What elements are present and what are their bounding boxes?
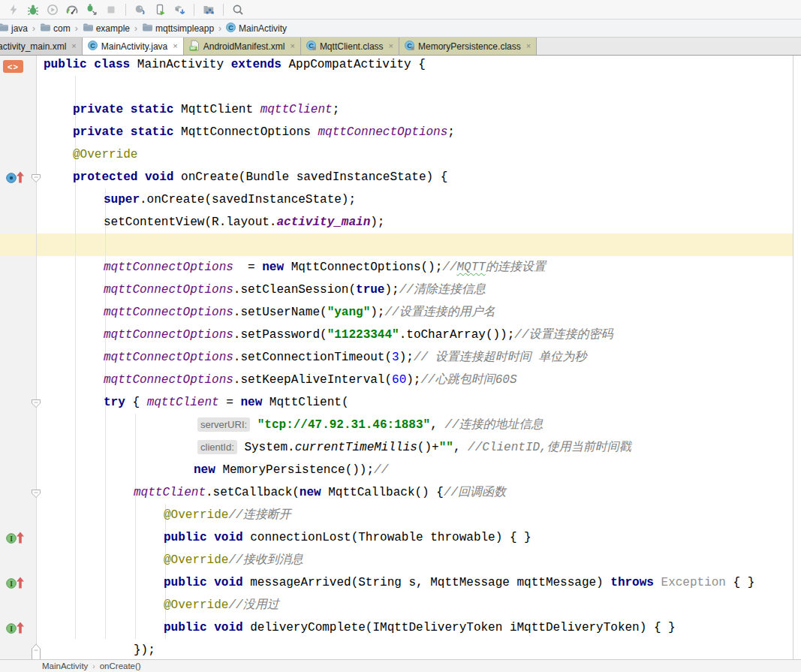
- code-line[interactable]: protected void onCreate(Bundle savedInst…: [44, 166, 793, 188]
- code-segment: mqttConnectOptions: [318, 125, 447, 139]
- tab-close-icon[interactable]: ×: [71, 42, 76, 50]
- code-segment: );: [370, 306, 384, 319]
- code-segment: MqttConnectOptions();: [284, 261, 442, 274]
- code-line[interactable]: clientId: System.currentTimeMillis()+"",…: [44, 436, 793, 459]
- chevron-separator: ›: [92, 662, 95, 670]
- tab-close-icon[interactable]: ×: [526, 42, 531, 50]
- class-c-icon: C: [88, 41, 98, 53]
- code-line[interactable]: mqttConnectOptions = new MqttConnectOpti…: [44, 256, 793, 279]
- tab-label: MemoryPersistence.class: [418, 41, 521, 52]
- project-structure-icon[interactable]: [199, 2, 218, 18]
- code-line[interactable]: private static MqttClient mqttClient;: [44, 98, 793, 121]
- svg-text:C: C: [228, 23, 233, 31]
- navigation-bar: java›com›example›mqttsimpleapp›CMainActi…: [0, 20, 801, 38]
- code-line[interactable]: public void deliveryComplete(IMqttDelive…: [44, 616, 793, 639]
- profiler-gauge-icon[interactable]: [62, 2, 82, 18]
- statusbar-crumb-class[interactable]: MainActivity: [42, 661, 88, 670]
- implement-method-gutter-icon[interactable]: I: [5, 574, 26, 594]
- code-segment: new: [300, 486, 321, 499]
- code-line[interactable]: mqttConnectOptions.setKeepAliveInterval(…: [44, 369, 793, 391]
- code-line[interactable]: private static MqttConnectOptions mqttCo…: [44, 121, 793, 143]
- code-segment: 60: [392, 373, 406, 387]
- debug-bug-icon[interactable]: [23, 2, 43, 18]
- code-segment: .setPassword(: [233, 328, 327, 342]
- code-segment: mqttClient: [134, 486, 206, 499]
- code-line[interactable]: @Override: [44, 143, 793, 166]
- fold-collapse-icon[interactable]: [31, 398, 41, 411]
- code-line[interactable]: mqttConnectOptions.setCleanSession(true)…: [44, 279, 793, 301]
- code-line[interactable]: mqttConnectOptions.setPassword("11223344…: [44, 324, 793, 346]
- tab-activity_main.xml[interactable]: activity_main.xml×: [0, 38, 83, 55]
- tab-MainActivity.java[interactable]: CMainActivity.java×: [83, 38, 184, 55]
- code-line[interactable]: try { mqttClient = new MqttClient(: [44, 391, 793, 414]
- code-line[interactable]: @Override//接收到消息: [44, 549, 793, 571]
- gradle-sync-icon[interactable]: [131, 2, 150, 18]
- tab-MemoryPersistence.class[interactable]: CMemoryPersistence.class×: [399, 38, 537, 55]
- code-line[interactable]: @Override//没用过: [44, 594, 793, 616]
- code-line[interactable]: public class MainActivity extends AppCom…: [44, 56, 793, 76]
- fold-collapse-icon[interactable]: [31, 488, 41, 502]
- fold-end-icon[interactable]: [31, 643, 41, 659]
- fold-guide-line: [36, 182, 37, 642]
- code-line[interactable]: [44, 234, 793, 256]
- breadcrumb-item-mqttsimpleapp[interactable]: mqttsimpleapp: [140, 23, 215, 34]
- tab-MqttClient.class[interactable]: CMqttClient.class×: [301, 38, 399, 55]
- code-line[interactable]: mqttConnectOptions.setUserName("yang");/…: [44, 301, 793, 324]
- folder-icon: [142, 23, 152, 34]
- code-line[interactable]: super.onCreate(savedInstanceState);: [44, 188, 793, 211]
- folder-icon: [40, 23, 50, 34]
- code-line[interactable]: setContentView(R.layout.activity_main);: [44, 211, 793, 234]
- attach-debugger-bug-icon[interactable]: [82, 2, 101, 18]
- fold-collapse-icon[interactable]: [31, 173, 41, 186]
- code-line[interactable]: serverURI: "tcp://47.92.31.46:1883", //连…: [44, 414, 793, 436]
- code-segment: super: [104, 193, 140, 206]
- code-area[interactable]: public class MainActivity extends AppCom…: [44, 56, 793, 659]
- code-view-toggle-icon[interactable]: <>: [3, 60, 23, 73]
- breadcrumb-item-MainActivity[interactable]: CMainActivity: [224, 23, 288, 35]
- run-profile-circle-icon[interactable]: [43, 2, 62, 18]
- run-on-device-icon[interactable]: [150, 2, 170, 18]
- statusbar-crumb-method[interactable]: onCreate(): [100, 661, 141, 670]
- tab-close-icon[interactable]: ×: [389, 42, 393, 50]
- toolbar-separator: [223, 4, 224, 16]
- code-line[interactable]: @Override//连接断开: [44, 504, 793, 526]
- code-segment: mqttConnectOptions: [104, 351, 233, 364]
- code-segment: "": [439, 441, 453, 454]
- breadcrumb-item-com[interactable]: com: [38, 23, 72, 34]
- code-editor[interactable]: public class MainActivity extends AppCom…: [0, 56, 801, 659]
- code-line[interactable]: public void connectionLost(Throwable thr…: [44, 526, 793, 549]
- code-line[interactable]: mqttConnectOptions.setConnectionTimeout(…: [44, 346, 793, 369]
- tab-close-icon[interactable]: ×: [290, 42, 294, 50]
- code-segment: @Override: [164, 598, 228, 612]
- code-line[interactable]: [44, 76, 793, 98]
- code-segment: .onCreate(savedInstanceState);: [140, 193, 356, 206]
- search-everywhere-icon[interactable]: [228, 2, 248, 18]
- breadcrumb-item-example[interactable]: example: [81, 23, 131, 34]
- implement-method-gutter-icon[interactable]: I: [5, 619, 26, 639]
- code-line[interactable]: new MemoryPersistence());//: [44, 459, 793, 481]
- implement-method-gutter-icon[interactable]: I: [5, 529, 26, 549]
- tab-label: AndroidManifest.xml: [203, 41, 285, 52]
- class-c-locked-icon: C: [405, 41, 414, 53]
- code-segment: ,: [453, 441, 468, 454]
- code-segment: MqttClient(: [262, 396, 348, 409]
- sdk-manager-download-icon[interactable]: [170, 2, 189, 18]
- editor-gutter: [0, 56, 37, 659]
- code-segment: .setUserName(: [233, 306, 327, 319]
- code-line[interactable]: public void messageArrived(String s, Mqt…: [44, 571, 793, 594]
- tab-close-icon[interactable]: ×: [173, 42, 177, 50]
- code-segment: 的连接设置: [486, 261, 546, 274]
- code-segment: );: [370, 215, 384, 229]
- run-lightning-icon[interactable]: [4, 2, 23, 18]
- code-segment: public void: [164, 531, 243, 544]
- code-line[interactable]: });: [44, 639, 793, 659]
- code-line[interactable]: mqttClient.setCallback(new MqttCallback(…: [44, 481, 793, 504]
- stop-square-icon[interactable]: [101, 2, 121, 18]
- tab-AndroidManifest.xml[interactable]: MFAndroidManifest.xml×: [184, 38, 301, 55]
- code-segment: try: [104, 396, 125, 409]
- override-method-gutter-icon[interactable]: [5, 169, 26, 188]
- breadcrumb-item-java[interactable]: java: [0, 23, 29, 34]
- code-segment: mqttClient: [260, 103, 333, 116]
- code-segment: .toCharArray());: [399, 328, 515, 342]
- code-segment: //清除连接信息: [399, 283, 486, 297]
